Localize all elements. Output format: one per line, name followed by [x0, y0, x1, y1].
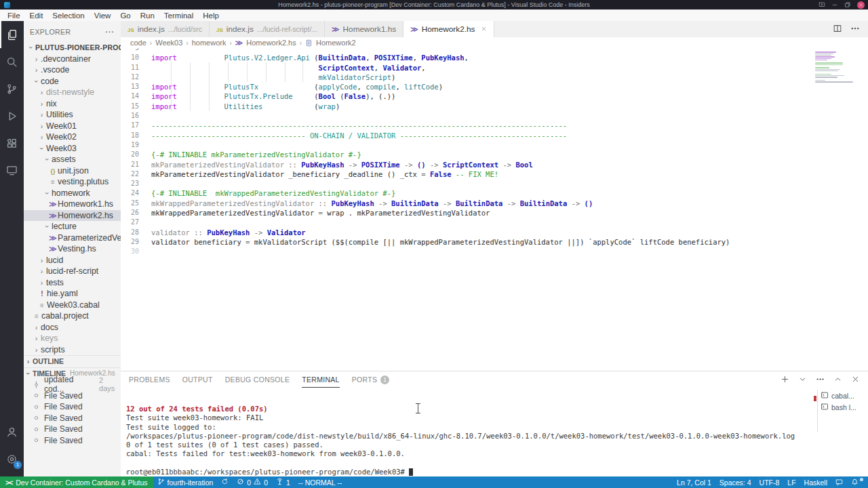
outline-section[interactable]: › OUTLINE — [24, 355, 121, 367]
menu-view[interactable]: View — [90, 12, 116, 20]
line-number: 29 — [121, 237, 139, 247]
panel-tab-problems[interactable]: PROBLEMS — [129, 372, 170, 388]
panel-tab-terminal[interactable]: TERMINAL — [302, 371, 340, 388]
tree-item--vscode[interactable]: ›.vscode — [24, 64, 121, 76]
tree-item-code[interactable]: ›code — [24, 76, 121, 87]
tree-item--devcontainer[interactable]: ›.devcontainer — [24, 54, 121, 65]
menu-edit[interactable]: Edit — [25, 12, 48, 20]
tree-item-utilities[interactable]: ›Utilities — [24, 109, 121, 121]
tree-item-week03-cabal[interactable]: ≡Week03.cabal — [24, 300, 121, 311]
close-button[interactable] — [857, 1, 865, 9]
breadcrumb-item[interactable]: Homework2.hs — [246, 39, 296, 47]
tree-item-lucid-ref-script[interactable]: ›lucid-ref-script — [24, 266, 121, 277]
tree-item-parameterizedves-[interactable]: ≫ParameterizedVes... — [24, 232, 121, 244]
terminal-dropdown-icon[interactable] — [798, 375, 807, 386]
menu-go[interactable]: Go — [115, 12, 135, 20]
timeline-item[interactable]: File Saved — [24, 413, 121, 424]
restore-button[interactable] — [844, 1, 851, 8]
panel-tab-output[interactable]: OUTPUT — [182, 372, 213, 388]
menu-help[interactable]: Help — [198, 12, 224, 20]
source-control-icon[interactable] — [0, 75, 24, 102]
tab-homework2-hs[interactable]: ≫Homework2.hs — [403, 21, 494, 37]
panel-tab-debug-console[interactable]: DEBUG CONSOLE — [225, 372, 290, 388]
tree-item-tests[interactable]: ›tests — [24, 277, 121, 289]
minimap[interactable] — [815, 50, 854, 98]
breadcrumb-item[interactable]: homework — [192, 39, 226, 47]
explorer-icon[interactable] — [0, 21, 24, 48]
status-item-sync[interactable] — [217, 478, 233, 487]
more-actions-icon[interactable] — [850, 24, 860, 35]
remote-explorer-icon[interactable] — [0, 157, 24, 184]
tree-item-lucid[interactable]: ›lucid — [24, 255, 121, 266]
tree-item-cabal-project[interactable]: ≡cabal.project — [24, 310, 121, 322]
tree-item-dist-newstyle[interactable]: ›dist-newstyle — [24, 87, 121, 98]
panel-more-icon[interactable] — [816, 375, 825, 386]
breadcrumb-item[interactable]: Week03 — [155, 39, 182, 47]
timeline-item[interactable]: File Saved — [24, 401, 121, 413]
tree-item-vesting-hs[interactable]: ≫Vesting.hs — [24, 243, 121, 255]
menu-terminal[interactable]: Terminal — [159, 12, 198, 20]
feedback-icon[interactable] — [831, 479, 847, 486]
tab-index-js[interactable]: JSindex.js.../lucid-ref-script/... — [210, 21, 325, 37]
tree-item-hie-yaml[interactable]: !hie.yaml — [24, 288, 121, 300]
status-item-spaces-4[interactable]: Spaces: 4 — [715, 479, 755, 487]
status-item-0[interactable]: 00 — [233, 478, 272, 487]
tree-item-assets[interactable]: ›assets — [24, 154, 121, 165]
terminal-output[interactable]: 12 out of 24 tests failed (0.07s)Test su… — [126, 405, 814, 476]
menu-file[interactable]: File — [3, 12, 25, 20]
tree-item-vesting-plutus[interactable]: ≡vesting.plutus — [24, 176, 121, 188]
tab-index-js[interactable]: JSindex.js.../lucid/src — [121, 21, 210, 37]
code-line-25: 25mkWrappedParameterizedVestingValidator… — [121, 199, 868, 208]
tree-item-homework[interactable]: ›homework — [24, 188, 121, 199]
tree-item-scripts[interactable]: ›scripts — [24, 344, 121, 356]
remote-indicator[interactable]: >< Dev Container: Custom Cardano & Plutu… — [0, 476, 153, 488]
account-icon[interactable] — [0, 418, 24, 445]
bell-icon[interactable] — [847, 479, 863, 486]
search-icon[interactable] — [0, 48, 24, 75]
tree-item-label: Week03 — [46, 144, 77, 153]
tree-item-nix[interactable]: ›nix — [24, 98, 121, 110]
tree-item-week01[interactable]: ›Week01 — [24, 121, 121, 132]
status-item-ln-7-col-1[interactable]: Ln 7, Col 1 — [673, 479, 715, 487]
terminal-instance-bash-l-[interactable]: bash l... — [821, 401, 865, 413]
status-item-utf-8[interactable]: UTF-8 — [755, 479, 784, 487]
maximize-panel-icon[interactable] — [833, 375, 842, 386]
run-debug-icon[interactable] — [0, 102, 24, 129]
menu-selection[interactable]: Selection — [47, 12, 89, 20]
split-editor-icon[interactable] — [833, 24, 842, 35]
code-editor[interactable]: 910import Plutus.V2.Ledger.Api (BuiltinD… — [121, 48, 868, 371]
tree-item-homework1-hs[interactable]: ≫Homework1.hs — [24, 199, 121, 210]
tree-item-plutus-pioneer-progra-[interactable]: ›PLUTUS-PIONEER-PROGRA... — [24, 42, 121, 54]
close-tab-icon[interactable] — [481, 24, 487, 34]
line-content: import Utilities (wrap) — [151, 102, 340, 111]
tree-item-keys[interactable]: ›keys — [24, 333, 121, 344]
close-panel-icon[interactable] — [851, 375, 860, 386]
terminal-instance-cabal-[interactable]: cabal... — [821, 390, 865, 401]
extensions-icon[interactable] — [0, 129, 24, 157]
panel-tab-ports[interactable]: PORTS1 — [352, 372, 389, 388]
tree-item-week02[interactable]: ›Week02 — [24, 131, 121, 143]
breadcrumb-item[interactable]: code — [130, 39, 146, 47]
menu-run[interactable]: Run — [136, 12, 159, 20]
minimize-button[interactable] — [831, 1, 838, 8]
status-item-haskell[interactable]: Haskell — [800, 479, 831, 487]
new-terminal-icon[interactable] — [781, 375, 789, 386]
timeline-item[interactable]: File Saved — [24, 424, 121, 435]
status-item-1[interactable]: 1 — [272, 478, 294, 487]
sidebar-more-icon[interactable]: ··· — [106, 28, 115, 36]
status-item-fourth-iteration[interactable]: fourth-iteration — [153, 478, 218, 487]
tab-homework1-hs[interactable]: ≫Homework1.hs — [325, 21, 403, 37]
timeline-item[interactable]: File Saved — [24, 435, 121, 447]
breadcrumb[interactable]: code›Week03›homework›≫Homework2.hs›Homew… — [121, 37, 868, 48]
status-item-lf[interactable]: LF — [783, 479, 800, 487]
tree-item-week03[interactable]: ›Week03 — [24, 143, 121, 155]
status-item--normal-[interactable]: -- NORMAL -- — [294, 479, 346, 487]
tree-item-homework2-hs[interactable]: ≫Homework2.hs — [24, 210, 121, 222]
tree-item-unit-json[interactable]: {}unit.json — [24, 165, 121, 177]
display-icon[interactable] — [818, 1, 825, 8]
tree-item-lecture[interactable]: ›lecture — [24, 221, 121, 232]
settings-icon[interactable]: 1 — [0, 445, 24, 472]
breadcrumb-item[interactable]: Homework2 — [316, 39, 356, 47]
timeline-item[interactable]: updated cod...2 days — [24, 379, 121, 390]
tree-item-docs[interactable]: ›docs — [24, 322, 121, 333]
